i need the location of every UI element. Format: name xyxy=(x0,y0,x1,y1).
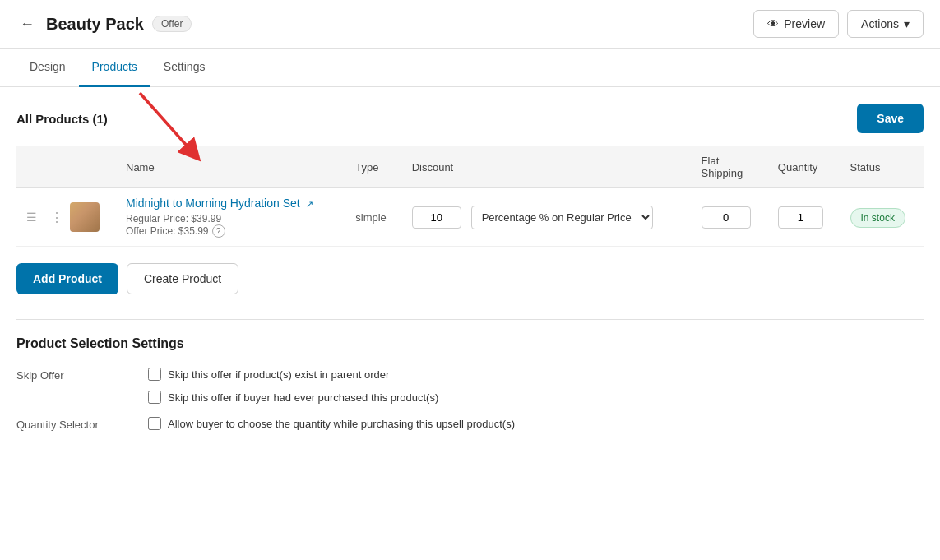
offer-price-help-icon[interactable]: ? xyxy=(212,224,225,238)
product-name-cell: Midnight to Morning Hydration Set ↗ Regu… xyxy=(116,188,345,247)
eye-icon: 👁 xyxy=(767,17,779,30)
preview-label: Preview xyxy=(784,17,825,30)
discount-value-input[interactable] xyxy=(412,206,461,229)
flat-shipping-label: FlatShipping xyxy=(702,155,743,179)
product-type-cell: simple xyxy=(345,188,401,247)
header: ← Beauty Pack Offer 👁 Preview Actions ▾ xyxy=(0,0,940,49)
products-table-wrapper: Name Type Discount FlatShipping Quantity… xyxy=(16,146,924,247)
flat-shipping-input[interactable] xyxy=(702,206,751,229)
discount-cell: Percentage % on Regular Price Fixed Amou… xyxy=(402,188,692,247)
skip-option-2[interactable]: Skip this offer if buyer had ever purcha… xyxy=(148,391,924,404)
tabs-nav: Design Products Settings xyxy=(0,49,940,87)
content-area: All Products (1) Save Name Type Discount xyxy=(0,87,940,447)
tab-settings[interactable]: Settings xyxy=(150,49,219,87)
create-product-button[interactable]: Create Product xyxy=(127,263,238,294)
settings-section-title: Product Selection Settings xyxy=(16,336,924,351)
col-status: Status xyxy=(840,146,924,188)
skip-option-1-label: Skip this offer if product(s) exist in p… xyxy=(168,368,389,381)
chevron-down-icon: ▾ xyxy=(904,17,910,30)
quantity-input[interactable] xyxy=(778,206,823,229)
product-action-buttons: Add Product Create Product xyxy=(16,263,924,294)
product-thumbnail xyxy=(70,202,100,232)
add-product-button[interactable]: Add Product xyxy=(16,263,118,294)
col-flat-shipping: FlatShipping xyxy=(692,146,768,188)
col-name: Name xyxy=(116,146,345,188)
table-header-row: Name Type Discount FlatShipping Quantity… xyxy=(16,146,924,188)
skip-offer-options: Skip this offer if product(s) exist in p… xyxy=(148,368,924,404)
preview-button[interactable]: 👁 Preview xyxy=(753,10,839,38)
discount-type-select[interactable]: Percentage % on Regular Price Fixed Amou… xyxy=(471,206,653,229)
status-cell: In stock xyxy=(840,188,924,247)
page-title: Beauty Pack xyxy=(46,15,144,34)
settings-grid: Skip Offer Skip this offer if product(s)… xyxy=(16,368,924,431)
products-table: Name Type Discount FlatShipping Quantity… xyxy=(16,146,924,247)
flat-shipping-cell xyxy=(692,188,768,247)
row-controls-cell: ☰ ⋮ xyxy=(16,188,116,247)
header-left: ← Beauty Pack Offer xyxy=(16,14,743,35)
actions-button[interactable]: Actions ▾ xyxy=(847,10,924,38)
table-row: ☰ ⋮ Midnight to Morning Hydration Set ↗ xyxy=(16,188,924,247)
offer-price: Offer Price: $35.99 ? xyxy=(126,224,336,238)
tab-design[interactable]: Design xyxy=(16,49,79,87)
quantity-selector-label: Quantity Selector xyxy=(16,417,148,431)
quantity-selector-checkbox[interactable] xyxy=(148,417,161,430)
thumbnail-image xyxy=(70,202,100,232)
products-header: All Products (1) Save xyxy=(16,104,924,133)
more-options-icon[interactable]: ⋮ xyxy=(50,210,63,225)
product-name-link[interactable]: Midnight to Morning Hydration Set xyxy=(126,197,300,210)
skip-option-2-label: Skip this offer if buyer had ever purcha… xyxy=(168,391,438,404)
save-button[interactable]: Save xyxy=(857,104,924,133)
skip-option-1[interactable]: Skip this offer if product(s) exist in p… xyxy=(148,368,924,381)
product-selection-settings: Product Selection Settings Skip Offer Sk… xyxy=(16,319,924,431)
skip-offer-checkbox-1[interactable] xyxy=(148,368,161,381)
tab-products[interactable]: Products xyxy=(79,49,150,87)
regular-price: Regular Price: $39.99 xyxy=(126,213,336,224)
header-right: 👁 Preview Actions ▾ xyxy=(753,10,924,38)
col-discount: Discount xyxy=(402,146,692,188)
in-stock-badge: In stock xyxy=(850,208,905,228)
qty-selector-checkbox-label[interactable]: Allow buyer to choose the quantity while… xyxy=(148,417,924,430)
col-quantity: Quantity xyxy=(768,146,840,188)
actions-label: Actions xyxy=(861,17,899,30)
offer-badge: Offer xyxy=(152,16,192,32)
col-type: Type xyxy=(345,146,401,188)
quantity-cell xyxy=(768,188,840,247)
external-link-icon[interactable]: ↗ xyxy=(306,199,313,209)
qty-selector-option-label: Allow buyer to choose the quantity while… xyxy=(168,418,515,430)
drag-handle-icon[interactable]: ☰ xyxy=(26,211,37,224)
skip-offer-checkbox-2[interactable] xyxy=(148,391,161,404)
skip-offer-label: Skip Offer xyxy=(16,368,148,404)
quantity-selector-option: Allow buyer to choose the quantity while… xyxy=(148,417,924,431)
back-button[interactable]: ← xyxy=(16,14,38,35)
products-count-title: All Products (1) xyxy=(16,112,108,126)
col-controls xyxy=(16,146,116,188)
